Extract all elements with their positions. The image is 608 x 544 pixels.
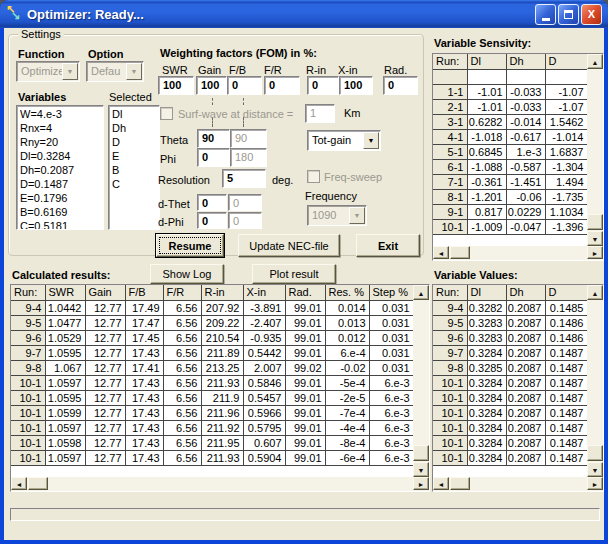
table-row[interactable]: 9-71.059512.7717.436.56211.890.544299.01…: [11, 345, 413, 360]
table-row[interactable]: 10-10.32840.20870.1487: [433, 450, 587, 465]
table-row[interactable]: 10-10.32840.20870.1487: [433, 420, 587, 435]
frequency-combobox[interactable]: 1090 ▼: [307, 205, 367, 226]
scroll-down-icon[interactable]: ▼: [587, 231, 603, 246]
surf-wave-checkbox[interactable]: [160, 107, 173, 120]
function-combobox[interactable]: Optimize ▼: [16, 61, 80, 82]
plot-result-button[interactable]: Plot result: [252, 264, 336, 284]
table-row[interactable]: 8-1-1.201-0.06-1.735: [433, 189, 587, 204]
list-item[interactable]: Dh=0.2087: [20, 163, 103, 177]
list-item[interactable]: Rnx=4: [20, 121, 103, 135]
scroll-thumb[interactable]: [413, 445, 429, 461]
table-row[interactable]: 7-1-0.361-1.4511.494: [433, 174, 587, 189]
table-row[interactable]: 10-11.059712.7717.436.56211.930.584699.0…: [11, 375, 413, 390]
table-row[interactable]: 10-11.059812.7717.436.56211.950.60799.01…: [11, 435, 413, 450]
scroll-thumb[interactable]: [450, 477, 470, 490]
list-item[interactable]: E: [112, 149, 159, 163]
table-row[interactable]: 10-10.32840.20870.1487: [433, 390, 587, 405]
scroll-up-icon[interactable]: ▲: [587, 54, 603, 69]
d-thet-input-2[interactable]: 0: [228, 194, 262, 211]
table-row[interactable]: 1-1-1.01-0.033-1.07: [433, 84, 587, 99]
fom-input-fb[interactable]: 0: [227, 76, 262, 95]
table-row[interactable]: 4-1-1.018-0.617-1.014: [433, 129, 587, 144]
scroll-down-icon[interactable]: ▼: [587, 462, 603, 477]
theta-input-2[interactable]: 90: [230, 129, 267, 148]
table-row[interactable]: 2-1-1.01-0.033-1.07: [433, 99, 587, 114]
fom-input-rin[interactable]: 0: [307, 76, 339, 95]
table-row[interactable]: 10-11.059512.7717.436.56211.90.545799.01…: [11, 390, 413, 405]
table-row[interactable]: 5-10.68451.e-31.6837: [433, 144, 587, 159]
pattern-type-combobox[interactable]: Tot-gain ▼: [307, 130, 381, 151]
values-table[interactable]: Run:DlDhD9-40.32820.20870.14859-50.32830…: [432, 284, 604, 492]
table-row[interactable]: 10-10.32840.20870.1487: [433, 405, 587, 420]
table-row[interactable]: [433, 69, 587, 84]
chevron-down-icon[interactable]: ▼: [363, 132, 379, 149]
scroll-right-icon[interactable]: ►: [587, 246, 603, 259]
scroll-thumb[interactable]: [450, 246, 470, 259]
list-item[interactable]: W=4.e-3: [20, 107, 103, 121]
surf-wave-distance-input[interactable]: 1: [305, 104, 335, 123]
table-row[interactable]: 9-80.32850.20870.1487: [433, 360, 587, 375]
results-table[interactable]: Run:SWRGainF/BF/RR-inX-inRad.Res. %Step …: [10, 284, 430, 492]
d-phi-input[interactable]: 0: [197, 212, 227, 229]
list-item[interactable]: D: [112, 135, 159, 149]
scroll-down-icon[interactable]: ▼: [413, 462, 429, 477]
fom-input-rad[interactable]: 0: [383, 76, 418, 95]
list-item[interactable]: D=0.1487: [20, 177, 103, 191]
fom-input-fr[interactable]: 0: [264, 76, 300, 95]
chevron-down-icon[interactable]: ▼: [126, 63, 142, 80]
theta-input[interactable]: 90: [197, 129, 230, 148]
list-item[interactable]: C: [112, 177, 159, 191]
table-row[interactable]: 9-70.32840.20870.1487: [433, 345, 587, 360]
table-row[interactable]: 10-10.32840.20870.1487: [433, 375, 587, 390]
table-row[interactable]: 9-81.06712.7717.416.56213.252.00799.02-0…: [11, 360, 413, 375]
table-row[interactable]: 9-41.044212.7717.496.56207.92-3.89199.01…: [11, 300, 413, 315]
list-item[interactable]: Rny=20: [20, 135, 103, 149]
fom-input-swr[interactable]: 100: [158, 76, 194, 95]
results-vscrollbar[interactable]: ▲ ▼: [413, 285, 429, 477]
scroll-left-icon[interactable]: ◄: [11, 477, 27, 490]
resolution-input[interactable]: 5: [222, 169, 266, 188]
table-row[interactable]: 10-10.32840.20870.1487: [433, 435, 587, 450]
scroll-thumb[interactable]: [587, 445, 603, 461]
chevron-down-icon[interactable]: ▼: [62, 63, 78, 80]
table-row[interactable]: 10-1-1.009-0.047-1.396: [433, 219, 587, 234]
scroll-right-icon[interactable]: ►: [413, 477, 429, 490]
scroll-thumb[interactable]: [587, 214, 603, 230]
list-item[interactable]: Dl=0.3284: [20, 149, 103, 163]
freq-sweep-checkbox[interactable]: [307, 170, 320, 183]
list-item[interactable]: E=0.1796: [20, 191, 103, 205]
table-row[interactable]: 10-11.059712.7717.436.56211.920.579599.0…: [11, 420, 413, 435]
phi-input-2[interactable]: 180: [230, 148, 267, 167]
table-row[interactable]: 9-60.32830.20870.1486: [433, 330, 587, 345]
d-phi-input-2[interactable]: 0: [228, 212, 262, 229]
table-row[interactable]: 10-11.059912.7717.436.56211.960.596699.0…: [11, 405, 413, 420]
scroll-left-icon[interactable]: ◄: [433, 477, 449, 490]
selected-listbox[interactable]: DlDhDEBC: [108, 105, 160, 230]
results-hscrollbar[interactable]: ◄ ►: [11, 477, 429, 491]
list-item[interactable]: Dl: [112, 107, 159, 121]
minimize-button[interactable]: [535, 4, 556, 25]
variables-listbox[interactable]: W=4.e-3Rnx=4Rny=20Dl=0.3284Dh=0.2087D=0.…: [16, 105, 104, 230]
phi-input[interactable]: 0: [197, 148, 230, 167]
resume-button[interactable]: Resume: [156, 234, 224, 257]
titlebar[interactable]: ↖↘ Optimizer: Ready... X: [0, 0, 608, 28]
fom-input-gain[interactable]: 100: [196, 76, 227, 95]
scroll-right-icon[interactable]: ►: [587, 477, 603, 490]
list-item[interactable]: B=0.6169: [20, 205, 103, 219]
table-row[interactable]: 3-10.6282-0.0141.5462: [433, 114, 587, 129]
list-item[interactable]: Dh: [112, 121, 159, 135]
list-item[interactable]: C=0.5181: [20, 219, 103, 230]
show-log-button[interactable]: Show Log: [150, 264, 224, 284]
sensitivity-vscrollbar[interactable]: ▲ ▼: [587, 54, 603, 246]
scroll-thumb[interactable]: [28, 477, 48, 490]
scroll-up-icon[interactable]: ▲: [413, 285, 429, 300]
table-row[interactable]: 9-40.32820.20870.1485: [433, 300, 587, 315]
values-hscrollbar[interactable]: ◄ ►: [433, 477, 603, 491]
maximize-button[interactable]: [558, 4, 579, 25]
table-row[interactable]: 6-1-1.088-0.587-1.304: [433, 159, 587, 174]
chevron-down-icon[interactable]: ▼: [349, 207, 365, 224]
scroll-up-icon[interactable]: ▲: [587, 285, 603, 300]
values-vscrollbar[interactable]: ▲ ▼: [587, 285, 603, 477]
update-nec-file-button[interactable]: Update NEC-file: [238, 234, 340, 257]
close-button[interactable]: X: [581, 4, 602, 25]
